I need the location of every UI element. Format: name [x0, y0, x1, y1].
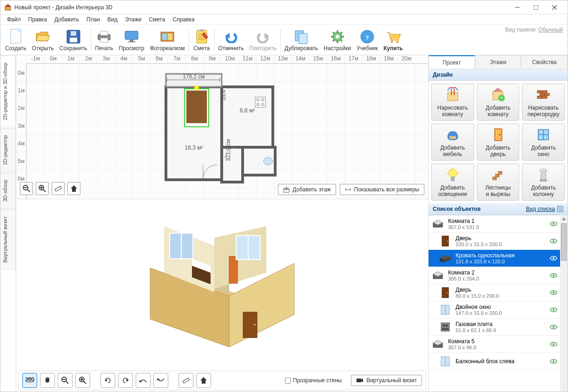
menu-view[interactable]: Вид	[104, 15, 121, 24]
object-row[interactable]: Комната 2306.0 x 264.0	[429, 267, 560, 284]
settings-button[interactable]: Настройки	[321, 27, 354, 53]
vtab-2d3d[interactable]: 2D-редактор и 3D-обзор	[0, 56, 16, 127]
preview-button[interactable]: Просмотр	[116, 27, 147, 53]
home-3d-button[interactable]	[196, 373, 211, 388]
buy-button[interactable]: Купить	[381, 27, 406, 53]
svg-rect-12	[100, 31, 108, 35]
svg-point-182	[443, 325, 445, 327]
zoom-out-2d-button[interactable]	[20, 182, 33, 195]
show-dims-button[interactable]: Показывать все размеры	[340, 184, 424, 195]
object-row[interactable]: Кровать односпальная131.8 x 203.8 x 120.…	[429, 250, 560, 267]
design-btn-7[interactable]: Лестницыи вырезы	[477, 163, 520, 201]
view-type-link[interactable]: Вид списка	[526, 206, 555, 212]
rtab-project[interactable]: Проект	[429, 55, 475, 69]
rtab-props[interactable]: Свойства	[521, 55, 568, 69]
orbit-right-button[interactable]	[118, 373, 133, 388]
svg-point-161	[447, 241, 448, 242]
vtab-2d[interactable]: 2D-редактор	[0, 128, 16, 172]
redo-button[interactable]: Повторить	[246, 27, 279, 53]
design-btn-8[interactable]: Добавитьколонну	[522, 163, 565, 201]
object-list[interactable]: Комната 1307.0 x 531.0Дверь100.0 x 15.0 …	[429, 215, 560, 392]
visibility-toggle-icon[interactable]	[550, 342, 557, 346]
object-row[interactable]: Дверь80.0 x 15.0 x 200.0	[429, 284, 560, 301]
home-2d-button[interactable]	[67, 182, 80, 195]
view-3d[interactable]	[16, 199, 428, 369]
photoreal-button[interactable]: Фотореализм	[147, 27, 188, 53]
open-button[interactable]: Открыть	[29, 27, 57, 53]
visibility-toggle-icon[interactable]	[550, 325, 557, 329]
floorplan[interactable]: 176,2 см 53,4 321,9 см 16,3 м² 6,8 м²	[161, 68, 282, 184]
menubar: Файл Правка Добавить План Вид Этажи Смет…	[0, 14, 568, 25]
svg-rect-130	[540, 93, 544, 96]
menu-file[interactable]: Файл	[3, 15, 25, 24]
svg-point-150	[540, 169, 547, 172]
undo-button[interactable]: Отменить	[216, 27, 247, 53]
save-button[interactable]: Сохранить	[57, 27, 90, 53]
object-dimensions: 100.0 x 15.0 x 200.0	[456, 242, 546, 247]
tilt-up-button[interactable]	[136, 373, 151, 388]
object-row[interactable]: Комната 1307.0 x 531.0	[429, 216, 560, 233]
design-btn-1[interactable]: +Добавитькомнату	[477, 84, 520, 121]
object-list-scrollbar[interactable]	[560, 215, 568, 392]
visibility-toggle-icon[interactable]	[550, 222, 557, 226]
menu-add[interactable]: Добавить	[51, 15, 83, 24]
object-row[interactable]: Дверь100.0 x 15.0 x 200.0	[429, 233, 560, 250]
vtab-3d[interactable]: 3D-обзор	[0, 173, 16, 209]
minimize-button[interactable]	[508, 1, 527, 14]
object-row[interactable]: Комната 5307.0 x 96.0	[429, 336, 560, 353]
add-floor-button[interactable]: Добавить этаж	[278, 184, 336, 195]
svg-rect-44	[391, 34, 399, 39]
design-btn-0[interactable]: Нарисоватькомнату	[431, 84, 474, 121]
list-icon[interactable]	[557, 206, 563, 212]
maximize-button[interactable]	[527, 1, 545, 14]
close-button[interactable]	[545, 1, 564, 14]
tilt-down-button[interactable]	[153, 373, 168, 388]
vtab-virtual[interactable]: Виртуальный визит	[0, 209, 16, 270]
menu-floors[interactable]: Этажи	[121, 15, 145, 24]
visibility-toggle-icon[interactable]	[550, 359, 557, 364]
estimate-button[interactable]: Смета	[190, 27, 213, 53]
menu-edit[interactable]: Правка	[25, 15, 51, 24]
visibility-toggle-icon[interactable]	[550, 307, 557, 312]
object-row[interactable]: Газовая плита51.0 x 62.1 x 86.9	[429, 319, 560, 336]
design-btn-3[interactable]: Добавитьмебель	[431, 124, 474, 161]
object-row[interactable]: Балконный блок слева	[429, 353, 560, 370]
visibility-toggle-icon[interactable]	[550, 256, 557, 261]
design-btn-6[interactable]: Добавитьосвещение	[431, 163, 474, 201]
panel-view-link[interactable]: Обычный	[538, 26, 563, 33]
menu-estimate[interactable]: Смета	[145, 15, 169, 24]
object-name: Газовая плита	[456, 321, 546, 327]
visibility-toggle-icon[interactable]	[550, 290, 557, 295]
zoom-in-2d-button[interactable]	[36, 182, 49, 195]
transparent-walls-check[interactable]: Прозрачные стены	[285, 377, 342, 384]
ruler-2d-button[interactable]	[52, 182, 65, 195]
pan-button[interactable]	[40, 373, 55, 388]
menu-plan[interactable]: План	[83, 15, 104, 24]
duplicate-button[interactable]: Дублировать	[282, 27, 321, 53]
design-btn-5[interactable]: Добавитьокно	[522, 124, 565, 161]
orbit-left-button[interactable]	[100, 373, 115, 388]
view-2d[interactable]: -1м0м1м2м3м4м5м6м7м8м9м10м11м12м13м14м15…	[16, 55, 428, 199]
print-button[interactable]: Печать	[92, 27, 116, 53]
zoom-in-3d-button[interactable]	[75, 373, 90, 388]
virtual-visit-button[interactable]: Виртуальный визит	[351, 375, 422, 386]
plan-canvas[interactable]: 176,2 см 53,4 321,9 см 16,3 м² 6,8 м²	[26, 64, 428, 199]
window-title: Новый проект - Дизайн Интерьера 3D	[14, 4, 508, 11]
object-row[interactable]: Двойное окно147.0 x 15.0 x 200.0	[429, 301, 560, 319]
design-btn-2[interactable]: Нарисоватьперегородку	[522, 84, 565, 121]
object-dimensions: 307.0 x 96.0	[448, 345, 546, 350]
visibility-toggle-icon[interactable]	[550, 239, 557, 243]
svg-rect-133	[542, 96, 547, 98]
svg-point-102	[254, 324, 256, 326]
360-button[interactable]: 360	[22, 373, 37, 388]
zoom-out-3d-button[interactable]	[58, 373, 73, 388]
visibility-toggle-icon[interactable]	[550, 273, 557, 278]
rtab-floors[interactable]: Этажи	[475, 55, 522, 69]
design-btn-4[interactable]: Добавитьдверь	[477, 124, 520, 161]
create-button[interactable]: Создать	[2, 27, 29, 53]
measure-button[interactable]	[178, 373, 193, 388]
tutorial-button[interactable]: ?Учебник	[354, 27, 381, 53]
svg-rect-54	[186, 91, 207, 123]
menu-help[interactable]: Справка	[169, 15, 198, 24]
svg-rect-16	[130, 39, 133, 41]
